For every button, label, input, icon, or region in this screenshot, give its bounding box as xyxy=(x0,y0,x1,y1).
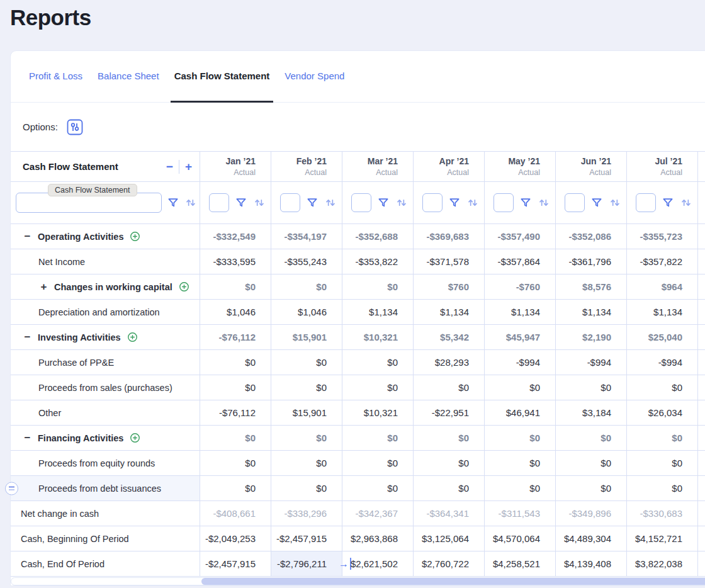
cell-value: $8,576 xyxy=(582,281,611,292)
row-stub xyxy=(697,526,705,551)
filter-button[interactable] xyxy=(590,196,603,209)
row-stub xyxy=(697,476,705,500)
collapse-toggle-icon[interactable]: − xyxy=(23,332,32,342)
cell-value: $0 xyxy=(387,382,398,393)
filter-button[interactable] xyxy=(377,196,390,209)
filter-button[interactable] xyxy=(662,196,674,209)
value-cell: -$994 xyxy=(626,350,697,375)
filter-stub xyxy=(697,182,705,223)
cell-value: $0 xyxy=(458,458,469,468)
filter-button[interactable] xyxy=(448,196,461,209)
tab-profit-loss[interactable]: Profit & Loss xyxy=(25,51,86,103)
sort-button[interactable] xyxy=(538,196,550,209)
cell-value: $3,822,038 xyxy=(635,558,682,569)
value-cell: $0 xyxy=(342,451,413,475)
month-filter-input[interactable] xyxy=(494,193,514,212)
month-filter-input[interactable] xyxy=(209,193,229,212)
month-filter-cell xyxy=(271,182,342,223)
row-stub xyxy=(697,350,705,375)
scrollbar-thumb[interactable] xyxy=(201,578,705,585)
cell-value: -$2,049,253 xyxy=(205,533,256,544)
options-button[interactable] xyxy=(67,119,83,135)
cell-value: $0 xyxy=(245,281,256,292)
expand-toggle-icon[interactable]: + xyxy=(39,281,48,292)
filter-button[interactable] xyxy=(519,196,532,209)
tab-cash-flow-statement[interactable]: Cash Flow Statement xyxy=(171,51,274,103)
sort-button[interactable] xyxy=(609,196,621,209)
column-scenario-label: Actual xyxy=(234,167,256,178)
row-label: Depreciation and amortization xyxy=(38,307,160,317)
value-cell: -$369,683 xyxy=(413,224,484,249)
row-drag-handle[interactable] xyxy=(5,482,18,495)
cell-value: $15,901 xyxy=(293,332,327,342)
month-filter-input[interactable] xyxy=(636,193,656,212)
sort-button[interactable] xyxy=(253,196,266,209)
cell-value: $4,139,408 xyxy=(564,558,611,569)
cell-value: -$311,543 xyxy=(499,508,540,519)
value-cell: $0 xyxy=(200,274,271,299)
month-filter-input[interactable] xyxy=(280,193,300,212)
tab-balance-sheet[interactable]: Balance Sheet xyxy=(94,51,163,103)
collapse-toggle-icon[interactable]: − xyxy=(23,231,32,242)
value-cell: -$22,951 xyxy=(413,400,484,425)
sort-button[interactable] xyxy=(395,196,408,209)
add-line-button[interactable] xyxy=(179,281,189,292)
row-label: Investing Activities xyxy=(38,332,121,342)
row-label-cell: Cash, End Of Period xyxy=(11,551,200,576)
value-cell: $0 xyxy=(200,350,271,375)
sort-button[interactable] xyxy=(466,196,479,209)
cell-value: $1,134 xyxy=(511,307,540,317)
column-scenario-label: Actual xyxy=(660,167,682,178)
cell-value: $0 xyxy=(387,281,398,292)
cell-value: $0 xyxy=(601,382,611,393)
add-circle-icon xyxy=(179,281,189,292)
cell-value: $45,947 xyxy=(506,332,540,342)
cell-value: $0 xyxy=(529,382,540,393)
sort-button[interactable] xyxy=(680,196,692,209)
month-filter-input[interactable] xyxy=(351,193,371,212)
month-filter-input[interactable] xyxy=(565,193,585,212)
cell-value: -$330,683 xyxy=(640,508,682,519)
cell-value: -$364,341 xyxy=(426,508,469,519)
filter-funnel-icon xyxy=(519,196,532,209)
row-label-cell: Other xyxy=(11,400,200,425)
row-stub xyxy=(697,224,705,249)
add-line-button[interactable] xyxy=(130,231,140,242)
value-cell: $0 xyxy=(555,375,626,400)
row-label-cell: −Financing Activities xyxy=(11,426,200,450)
column-month-label: Mar ’21 xyxy=(368,155,398,167)
tab-vendor-spend[interactable]: Vendor Spend xyxy=(281,51,348,103)
filter-button[interactable] xyxy=(235,196,247,209)
value-cell: $0 xyxy=(342,274,413,299)
table-row-3: Depreciation and amortization$1,046$1,04… xyxy=(11,300,705,325)
month-filter-input[interactable] xyxy=(422,193,443,212)
value-cell: -$371,578 xyxy=(413,249,484,274)
collapse-toggle-icon[interactable]: − xyxy=(23,433,32,443)
value-cell: $4,570,064 xyxy=(484,526,555,551)
value-cell: -$357,490 xyxy=(484,224,555,249)
row-stub xyxy=(697,501,705,526)
filter-button[interactable] xyxy=(306,196,319,209)
add-line-button[interactable] xyxy=(130,433,140,443)
sort-button[interactable] xyxy=(324,196,337,209)
cell-value: -$994 xyxy=(658,357,682,368)
value-cell: -$355,723 xyxy=(626,224,697,249)
filter-button[interactable] xyxy=(167,196,179,209)
value-cell: $1,134 xyxy=(555,300,626,324)
value-cell: $0 xyxy=(342,426,413,450)
table-row-0: −Operating Activities-$332,549-$354,197-… xyxy=(11,224,705,249)
sort-arrows-icon xyxy=(253,196,266,209)
cell-value: $0 xyxy=(458,433,469,443)
cell-value: $2,190 xyxy=(582,332,611,342)
add-line-button[interactable] xyxy=(127,332,138,342)
horizontal-scrollbar[interactable] xyxy=(11,577,705,585)
row-label-cell: Proceeds from sales (purchases) xyxy=(11,375,200,400)
sort-arrows-icon xyxy=(466,196,479,209)
cell-value: -$333,595 xyxy=(213,256,256,267)
cell-value: $3,125,064 xyxy=(422,533,469,544)
cell-value: -$352,086 xyxy=(568,231,611,242)
expand-all-button[interactable]: + xyxy=(185,161,192,172)
table-row-4: −Investing Activities-$76,112$15,901$10,… xyxy=(11,325,705,350)
collapse-all-button[interactable]: − xyxy=(166,161,173,172)
sort-button[interactable] xyxy=(184,196,197,209)
